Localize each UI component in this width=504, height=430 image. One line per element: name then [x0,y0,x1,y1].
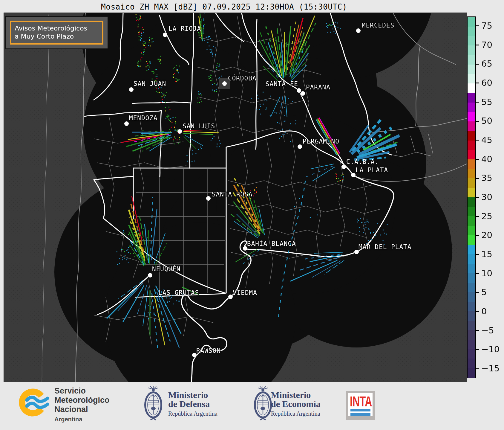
defensa-title1: Ministerio [168,391,217,399]
colorbar-tick-label: 75 [481,20,492,31]
colorbar-tick [476,330,479,331]
inta-bar-bottom [350,413,370,416]
economia-text: Ministerio de Economía República Argenti… [271,391,321,417]
inta-wordmark: INTA [350,394,367,409]
colorbar-tick [476,216,479,217]
colorbar-tick-label: 70 [481,39,492,50]
colorbar-tick [476,254,479,255]
defensa-coat-of-arms-icon [143,385,164,422]
inta-logo-inner: INTA [348,393,373,416]
colorbar-tick [476,349,479,350]
colorbar-tick [476,273,479,274]
colorbar-tick [476,64,479,65]
economia-coat-of-arms-icon [252,385,273,422]
colorbar-tick [476,102,479,103]
defensa-text: Ministerio de Defensa República Argentin… [168,391,217,417]
colorbar-tick-label: 10 [481,268,492,278]
colorbar-tick-label: −15 [481,363,500,373]
colorbar-tick-label: 20 [481,230,492,240]
colorbar-tick-label: 15 [481,249,492,259]
colorbar-tick-label: 65 [481,59,492,69]
colorbar-tick [476,197,479,198]
alert-banner: Avisos Meteorológicos a Muy Corto Plazo [5,16,108,49]
footer: Servicio Meteorológico Nacional Argentin… [0,382,504,430]
smn-wordmark: Servicio Meteorológico Nacional Argentin… [54,386,110,423]
colorbar-tick-label: 30 [481,192,492,202]
colorbar-tick [476,45,479,45]
colorbar-tick-label: 35 [481,173,492,183]
colorbar-tick [476,140,479,141]
economia-title2: de Economía [271,399,321,408]
page-title: Mosaico ZH MAX [dBZ] 07.09.2025 12:30HOA… [0,2,448,11]
colorbar-tick [476,292,479,293]
colorbar-tick [476,159,479,160]
colorbar-tick [476,121,479,122]
smn-country: Argentina [54,416,110,423]
colorbar-scale [467,16,476,378]
colorbar-tick-label: 5 [481,287,487,297]
colorbar-tick-label: 55 [481,97,492,107]
alert-banner-line1: Avisos Meteorológicos [15,25,102,33]
economia-subtitle: República Argentina [271,410,321,417]
colorbar-tick-label: 45 [481,135,492,145]
colorbar-tick [476,83,479,83]
inta-logo: INTA [346,391,375,420]
basemap-svg [4,13,467,383]
colorbar-tick-label: 25 [481,211,492,221]
alert-banner-line2: a Muy Corto Plazo [15,33,102,41]
colorbar-tick [476,178,479,179]
colorbar-tick-label: 0 [481,306,487,316]
defensa-title2: de Defensa [168,399,217,408]
radar-map: MERCEDESLA RIOJASAN JUANCÓRDOBASANTA FEP… [4,13,467,383]
colorbar-tick-label: 50 [481,116,492,126]
smn-logo-icon [18,386,51,419]
colorbar-tick [476,311,479,312]
radar-mosaic-page: Mosaico ZH MAX [dBZ] 07.09.2025 12:30HOA… [0,0,504,430]
colorbar-tick-label: −10 [481,344,500,354]
colorbar-tick [476,235,479,236]
colorbar-tick [476,368,479,369]
colorbar-tick-label: 40 [481,154,492,164]
inta-bar-top [350,409,370,411]
alert-banner-border: Avisos Meteorológicos a Muy Corto Plazo [10,21,103,45]
economia-title1: Ministerio [271,391,321,399]
smn-line3: Nacional [54,405,110,414]
colorbar-tick-label: −5 [481,325,494,335]
smn-line1: Servicio [54,386,110,396]
dbz-colorbar: 757065605550454035302520151050−5−10−15 [467,16,504,378]
colorbar-tick [476,25,479,26]
colorbar-tick-label: 60 [481,78,492,88]
defensa-subtitle: República Argentina [168,410,217,417]
smn-line2: Meteorológico [54,396,110,405]
